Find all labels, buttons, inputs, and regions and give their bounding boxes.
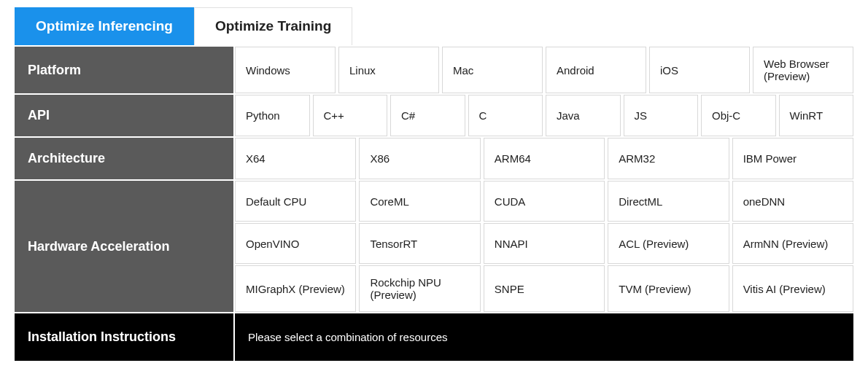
row-api: API Python C++ C# C Java JS Obj-C WinRT — [15, 95, 853, 136]
installation-message: Please select a combination of resources — [235, 313, 853, 361]
tabs-bar: Optimize Inferencing Optimize Training — [15, 7, 853, 45]
option-hw-directml[interactable]: DirectML — [608, 181, 729, 222]
option-api-objc[interactable]: Obj-C — [701, 95, 776, 136]
row-content-platform: Windows Linux Mac Android iOS Web Browse… — [235, 47, 853, 93]
option-hw-migraphx[interactable]: MIGraphX (Preview) — [235, 265, 356, 312]
row-label-hardware-acceleration: Hardware Acceleration — [15, 181, 233, 312]
row-platform: Platform Windows Linux Mac Android iOS W… — [15, 47, 853, 93]
row-content-api: Python C++ C# C Java JS Obj-C WinRT — [235, 95, 853, 136]
option-api-js[interactable]: JS — [624, 95, 699, 136]
option-platform-ios[interactable]: iOS — [649, 47, 750, 93]
option-hw-rockchip-npu[interactable]: Rockchip NPU (Preview) — [359, 265, 480, 312]
resource-selector: Optimize Inferencing Optimize Training P… — [0, 0, 868, 371]
option-api-cpp[interactable]: C++ — [313, 95, 388, 136]
option-arch-x64[interactable]: X64 — [235, 138, 356, 179]
option-platform-mac[interactable]: Mac — [442, 47, 543, 93]
option-hw-openvino[interactable]: OpenVINO — [235, 223, 356, 264]
option-hw-vitis-ai[interactable]: Vitis AI (Preview) — [732, 265, 853, 312]
row-installation: Installation Instructions Please select … — [15, 313, 853, 361]
option-api-winrt[interactable]: WinRT — [779, 95, 854, 136]
option-hw-acl[interactable]: ACL (Preview) — [608, 223, 729, 264]
option-hw-armnn[interactable]: ArmNN (Preview) — [732, 223, 853, 264]
row-content-architecture: X64 X86 ARM64 ARM32 IBM Power — [235, 138, 853, 179]
row-architecture: Architecture X64 X86 ARM64 ARM32 IBM Pow… — [15, 138, 853, 179]
option-api-csharp[interactable]: C# — [390, 95, 465, 136]
row-label-platform: Platform — [15, 47, 233, 93]
row-label-architecture: Architecture — [15, 138, 233, 179]
option-hw-nnapi[interactable]: NNAPI — [484, 223, 605, 264]
row-label-api: API — [15, 95, 233, 136]
option-api-c[interactable]: C — [468, 95, 543, 136]
option-hw-tvm[interactable]: TVM (Preview) — [608, 265, 729, 312]
option-hw-cuda[interactable]: CUDA — [484, 181, 605, 222]
option-platform-android[interactable]: Android — [546, 47, 646, 93]
option-arch-ibm-power[interactable]: IBM Power — [732, 138, 853, 179]
option-platform-web-browser[interactable]: Web Browser (Preview) — [753, 47, 853, 93]
tab-optimize-training[interactable]: Optimize Training — [194, 7, 352, 45]
row-hardware-acceleration: Hardware Acceleration Default CPU CoreML… — [15, 181, 853, 312]
option-arch-arm64[interactable]: ARM64 — [484, 138, 605, 179]
option-api-java[interactable]: Java — [546, 95, 621, 136]
option-arch-x86[interactable]: X86 — [359, 138, 480, 179]
tab-optimize-inferencing[interactable]: Optimize Inferencing — [15, 7, 194, 45]
option-hw-default-cpu[interactable]: Default CPU — [235, 181, 356, 222]
option-platform-linux[interactable]: Linux — [338, 47, 439, 93]
row-label-installation: Installation Instructions — [15, 313, 233, 361]
option-platform-windows[interactable]: Windows — [235, 47, 336, 93]
option-hw-tensorrt[interactable]: TensorRT — [359, 223, 480, 264]
option-hw-coreml[interactable]: CoreML — [359, 181, 480, 222]
option-hw-onednn[interactable]: oneDNN — [732, 181, 853, 222]
row-content-hardware-acceleration: Default CPU CoreML CUDA DirectML oneDNN … — [235, 181, 853, 312]
option-arch-arm32[interactable]: ARM32 — [608, 138, 729, 179]
option-api-python[interactable]: Python — [235, 95, 310, 136]
option-hw-snpe[interactable]: SNPE — [484, 265, 605, 312]
